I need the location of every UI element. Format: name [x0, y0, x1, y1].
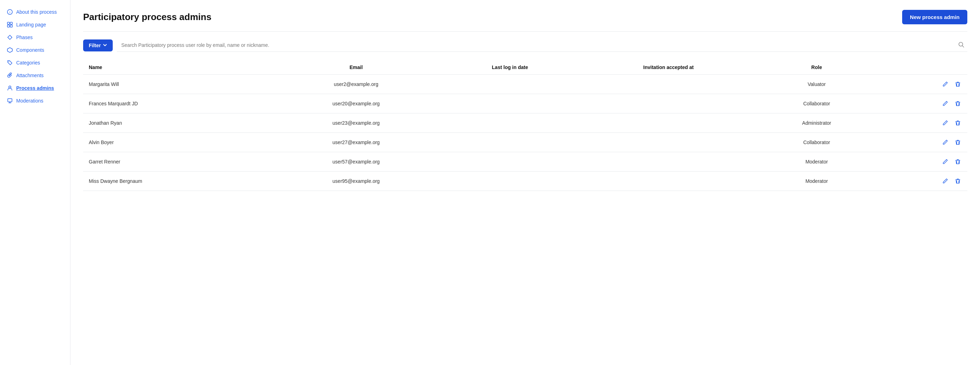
cell-invitation	[579, 133, 758, 152]
svg-text:i: i	[10, 11, 10, 14]
cell-actions	[875, 133, 967, 152]
cell-name: Miss Dwayne Bergnaum	[83, 172, 271, 191]
cell-invitation	[579, 152, 758, 172]
sidebar-item-phases-label: Phases	[16, 35, 33, 40]
col-role: Role	[758, 60, 875, 75]
page-title: Participatory process admins	[83, 12, 212, 22]
table-header: Name Email Last log in date Invitation a…	[83, 60, 967, 75]
cell-invitation	[579, 75, 758, 94]
cell-last-login	[441, 152, 579, 172]
cell-role: Administrator	[758, 113, 875, 133]
table-row: Frances Marquardt JD user20@example.org …	[83, 94, 967, 113]
cell-last-login	[441, 113, 579, 133]
cell-role: Collaborator	[758, 94, 875, 113]
delete-button[interactable]	[954, 158, 962, 166]
svg-rect-4	[7, 25, 10, 27]
cell-name: Alvin Boyer	[83, 133, 271, 152]
new-process-admin-button[interactable]: New process admin	[902, 10, 967, 24]
moderations-icon	[7, 98, 13, 104]
sidebar-item-categories-label: Categories	[16, 60, 40, 65]
cell-email: user2@example.org	[271, 75, 441, 94]
svg-point-6	[8, 61, 9, 62]
delete-button[interactable]	[954, 100, 962, 107]
cell-name: Jonathan Ryan	[83, 113, 271, 133]
delete-button[interactable]	[954, 119, 962, 127]
sidebar-item-moderations-label: Moderations	[16, 98, 43, 104]
sidebar-item-process-admins-label: Process admins	[16, 85, 54, 91]
search-icon	[958, 41, 964, 49]
filter-button[interactable]: Filter	[83, 40, 113, 51]
filter-bar: Filter	[83, 39, 967, 52]
cell-role: Moderator	[758, 152, 875, 172]
table-row: Margarita Will user2@example.org Valuato…	[83, 75, 967, 94]
cell-name: Garret Renner	[83, 152, 271, 172]
cell-invitation	[579, 172, 758, 191]
edit-button[interactable]	[941, 80, 949, 88]
col-invitation: Invitation accepted at	[579, 60, 758, 75]
sidebar-item-phases[interactable]: Phases	[0, 31, 70, 44]
edit-button[interactable]	[941, 119, 949, 127]
cell-name: Frances Marquardt JD	[83, 94, 271, 113]
sidebar-item-attachments-label: Attachments	[16, 73, 44, 78]
table-row: Alvin Boyer user27@example.org Collabora…	[83, 133, 967, 152]
table-row: Miss Dwayne Bergnaum user95@example.org …	[83, 172, 967, 191]
page-header: Participatory process admins New process…	[83, 10, 967, 24]
cell-actions	[875, 152, 967, 172]
cell-last-login	[441, 172, 579, 191]
sidebar: i About this process Landing page	[0, 0, 70, 365]
cell-last-login	[441, 75, 579, 94]
edit-button[interactable]	[941, 177, 949, 185]
table-row: Jonathan Ryan user23@example.org Adminis…	[83, 113, 967, 133]
cell-email: user20@example.org	[271, 94, 441, 113]
delete-button[interactable]	[954, 139, 962, 146]
edit-button[interactable]	[941, 139, 949, 146]
cell-invitation	[579, 113, 758, 133]
search-input[interactable]	[117, 39, 967, 52]
svg-rect-3	[10, 22, 12, 24]
sidebar-item-about-label: About this process	[16, 9, 57, 15]
sidebar-item-attachments[interactable]: Attachments	[0, 69, 70, 82]
diamond-icon	[7, 35, 13, 40]
paperclip-icon	[7, 73, 13, 78]
cell-email: user95@example.org	[271, 172, 441, 191]
components-icon	[7, 47, 13, 53]
sidebar-item-components[interactable]: Components	[0, 44, 70, 56]
cell-last-login	[441, 94, 579, 113]
delete-button[interactable]	[954, 80, 962, 88]
sidebar-item-categories[interactable]: Categories	[0, 56, 70, 69]
col-last-login: Last log in date	[441, 60, 579, 75]
svg-rect-8	[8, 99, 12, 102]
cell-role: Collaborator	[758, 133, 875, 152]
filter-button-label: Filter	[89, 43, 101, 48]
col-email: Email	[271, 60, 441, 75]
sidebar-item-landing[interactable]: Landing page	[0, 18, 70, 31]
header-divider	[83, 31, 967, 32]
svg-rect-5	[10, 25, 12, 27]
svg-rect-2	[7, 22, 10, 24]
admins-table: Name Email Last log in date Invitation a…	[83, 60, 967, 191]
sidebar-item-moderations[interactable]: Moderations	[0, 94, 70, 107]
info-icon: i	[7, 9, 13, 15]
cell-role: Valuator	[758, 75, 875, 94]
tag-icon	[7, 60, 13, 65]
sidebar-item-landing-label: Landing page	[16, 22, 46, 27]
sidebar-item-about[interactable]: i About this process	[0, 6, 70, 18]
cell-role: Moderator	[758, 172, 875, 191]
grid-icon	[7, 22, 13, 27]
delete-button[interactable]	[954, 177, 962, 185]
cell-actions	[875, 172, 967, 191]
cell-last-login	[441, 133, 579, 152]
table-body: Margarita Will user2@example.org Valuato…	[83, 75, 967, 191]
cell-email: user23@example.org	[271, 113, 441, 133]
sidebar-item-process-admins[interactable]: Process admins	[0, 82, 70, 94]
cell-email: user57@example.org	[271, 152, 441, 172]
edit-button[interactable]	[941, 158, 949, 166]
edit-button[interactable]	[941, 100, 949, 107]
main-content: Participatory process admins New process…	[70, 0, 980, 365]
table-row: Garret Renner user57@example.org Moderat…	[83, 152, 967, 172]
cell-actions	[875, 113, 967, 133]
search-container	[117, 39, 967, 52]
cell-name: Margarita Will	[83, 75, 271, 94]
person-icon	[7, 85, 13, 91]
svg-point-7	[9, 86, 11, 88]
